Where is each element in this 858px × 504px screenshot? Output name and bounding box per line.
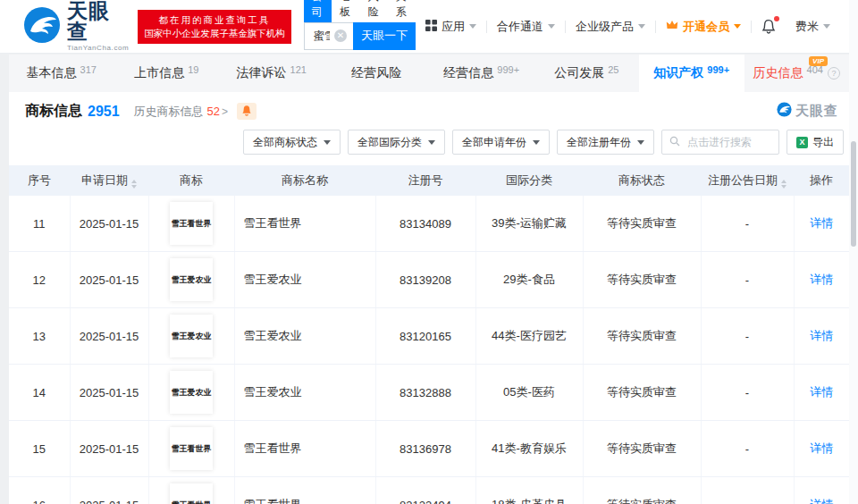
detail-link[interactable]: 详情 (810, 498, 833, 504)
tab-listing-info[interactable]: 上市信息 19 (114, 55, 220, 92)
tab-legal-litigation[interactable]: 法律诉讼 121 (219, 55, 324, 92)
col-header-apply-date[interactable]: 申请日期 (70, 165, 148, 196)
cell-announce-date: - (701, 196, 794, 252)
search-tab-risk[interactable]: 查风险 (359, 0, 387, 22)
trademark-image[interactable]: 雪王爱农业 (170, 371, 213, 414)
crown-icon (666, 20, 678, 33)
menu-enterprise[interactable]: 企业级产品 (566, 19, 655, 35)
filter-apply-year[interactable]: 全部申请年份 (452, 130, 550, 155)
section-header: 商标信息 2951 历史商标信息 52 > 天眼查 (9, 92, 849, 121)
top-menu: 应用 合作通道 企业级产品 开通会员 (416, 19, 849, 35)
history-count: 52 (207, 105, 220, 118)
tab-count: 999+ (707, 64, 729, 75)
menu-enterprise-label: 企业级产品 (576, 19, 634, 35)
history-trademark-link[interactable]: 历史商标信息 52 > (134, 104, 228, 120)
trademark-image[interactable]: 雪王爱农业 (170, 315, 213, 357)
cell-action: 详情 (794, 365, 849, 421)
tab-operation-risk[interactable]: 经营风险 (324, 55, 430, 92)
menu-apps[interactable]: 应用 (416, 19, 486, 35)
trademark-image-text: 雪王爱农业 (172, 274, 212, 286)
export-button[interactable]: X 导出 (786, 130, 844, 155)
tianyancha-logo-icon (777, 102, 792, 121)
tab-label: 历史信息 (753, 65, 803, 81)
tab-company-development[interactable]: 公司发展 25 (534, 55, 640, 92)
filter-register-year[interactable]: 全部注册年份 (557, 130, 654, 155)
table-search-box[interactable] (661, 130, 779, 155)
tab-label: 公司发展 (554, 65, 604, 81)
section-title: 商标信息 (25, 102, 82, 121)
col-header-reg-no: 注册号 (375, 165, 475, 196)
help-icon[interactable]: ? (828, 67, 840, 80)
menu-partner[interactable]: 合作通道 (487, 19, 565, 35)
notifications-button[interactable] (752, 19, 786, 34)
cell-intl-class: 41类-教育娱乐 (475, 421, 583, 477)
cell-mark-name: 雪王看世界 (234, 421, 375, 477)
tianyancha-watermark: 天眼查 (777, 102, 838, 121)
cell-reg-no: 83123494 (375, 477, 475, 504)
table-row: 14 2025-01-15 雪王爱农业 雪王爱农业 83132888 05类-医… (9, 365, 849, 421)
detail-link[interactable]: 详情 (810, 329, 833, 342)
trademark-image[interactable]: 雪王看世界 (170, 202, 213, 245)
trademark-image[interactable]: 雪王看世界 (170, 483, 213, 504)
cell-reg-no: 83139208 (375, 252, 475, 308)
filter-label: 全部注册年份 (567, 135, 631, 150)
search-tab-company[interactable]: 查公司 (304, 0, 332, 22)
detail-link[interactable]: 详情 (810, 273, 833, 286)
cell-announce-date: - (701, 365, 794, 421)
table-search-input[interactable] (686, 135, 771, 149)
cell-apply-date: 2025-01-15 (70, 252, 148, 308)
search-tab-boss[interactable]: 查老板 (332, 0, 359, 22)
search-tabs: 查公司 查老板 查风险 查关系 (304, 4, 416, 22)
scrollbar-thumb[interactable] (851, 141, 856, 247)
tab-history-info[interactable]: VIP 历史信息 404 ? (744, 55, 850, 92)
tianyancha-logo-icon (23, 6, 61, 47)
scrollbar[interactable] (849, 0, 858, 504)
cell-mark: 雪王看世界 (148, 477, 234, 504)
notification-dot (774, 16, 779, 21)
col-header-announce-date[interactable]: 注册公告日期 (701, 165, 794, 196)
cell-intl-class: 39类-运输贮藏 (475, 196, 583, 252)
detail-link[interactable]: 详情 (810, 385, 833, 399)
tab-label: 知识产权 (653, 65, 703, 81)
trademark-image[interactable]: 雪王爱农业 (170, 258, 213, 301)
tab-operation-info[interactable]: 经营信息 999+ (429, 55, 534, 92)
chevron-down-icon (324, 140, 331, 145)
detail-link[interactable]: 详情 (810, 441, 833, 455)
cell-mark-name: 雪王看世界 (234, 196, 375, 252)
cell-intl-class: 29类-食品 (475, 252, 583, 308)
cell-no: 15 (9, 421, 70, 477)
filter-trademark-status[interactable]: 全部商标状态 (243, 130, 341, 155)
filter-label: 全部商标状态 (253, 135, 317, 150)
user-menu[interactable]: 费米 (786, 19, 840, 35)
tab-basic-info[interactable]: 基本信息 317 (9, 55, 114, 92)
sort-icon[interactable] (131, 180, 137, 189)
cell-mark-name: 雪王爱农业 (234, 308, 375, 365)
tianyancha-logo[interactable]: 天眼查 TianYanCha.com (23, 1, 129, 52)
cell-status: 等待实质审查 (583, 308, 701, 365)
chevron-down-icon (638, 24, 645, 29)
detail-link[interactable]: 详情 (810, 216, 833, 230)
trademark-image[interactable]: 雪王看世界 (170, 427, 213, 470)
table-row: 12 2025-01-15 雪王爱农业 雪王爱农业 83139208 29类-食… (9, 252, 849, 308)
cell-announce-date: - (701, 421, 794, 477)
sort-icon[interactable] (781, 180, 786, 189)
table-row: 15 2025-01-15 雪王看世界 雪王看世界 83136978 41类-教… (9, 421, 849, 477)
chevron-down-icon (533, 140, 540, 145)
company-nav-tabs: 基本信息 317 上市信息 19 法律诉讼 121 经营风险 经营信息 999+… (9, 55, 849, 92)
cell-mark: 雪王看世界 (148, 196, 234, 252)
search-block: 查公司 查老板 查风险 查关系 ✕ 天眼一下 (304, 4, 416, 50)
menu-vip[interactable]: 开通会员 (656, 19, 751, 35)
clear-input-icon[interactable]: ✕ (334, 29, 347, 42)
search-button[interactable]: 天眼一下 (353, 22, 416, 50)
subscribe-bell-button[interactable] (237, 103, 257, 120)
search-icon (669, 134, 680, 150)
brand-name: 天眼查 (67, 1, 129, 42)
tab-count: 999+ (497, 64, 519, 75)
bell-icon (761, 19, 776, 34)
menu-apps-label: 应用 (442, 19, 465, 35)
tab-intellectual-property[interactable]: 知识产权 999+ (639, 55, 744, 92)
search-tab-relation[interactable]: 查关系 (388, 0, 416, 22)
filter-intl-class[interactable]: 全部国际分类 (348, 130, 445, 155)
col-header-mark-name: 商标名称 (234, 165, 375, 196)
cell-apply-date: 2025-01-15 (70, 421, 148, 477)
